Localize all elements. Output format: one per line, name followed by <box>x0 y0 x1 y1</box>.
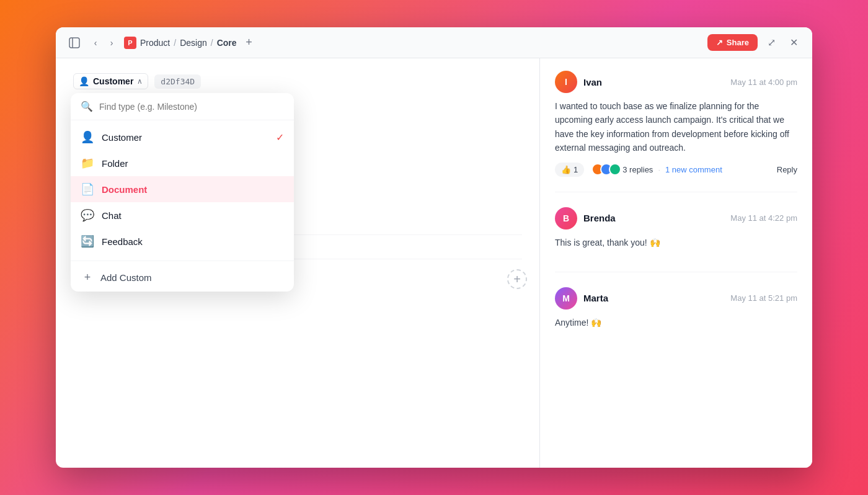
avatar-ivan: I <box>555 71 577 93</box>
comment-time-marta: May 11 at 5:21 pm <box>730 293 797 303</box>
replies-info-ivan: 3 replies · 1 new comment <box>591 163 722 176</box>
dropdown-item-customer[interactable]: 👤 Customer ✓ <box>71 124 294 150</box>
reaction-button-ivan[interactable]: 👍 1 <box>555 163 584 177</box>
breadcrumb-product[interactable]: Product <box>140 38 170 48</box>
comment-time-ivan: May 11 at 4:00 pm <box>730 78 797 87</box>
customer-label: Customer <box>102 132 268 143</box>
add-button[interactable]: + <box>507 269 527 289</box>
dropdown-item-chat[interactable]: 💬 Chat <box>71 202 294 228</box>
maximize-button[interactable]: ⤢ <box>763 34 780 51</box>
type-dropdown: 🔍 👤 Customer ✓ 📁 Folder <box>71 93 294 292</box>
comment-author-marta: M Marta <box>555 287 608 310</box>
title-bar: ‹ › P Product / Design / Core + ↗ Share … <box>56 27 812 58</box>
chat-label: Chat <box>102 210 284 221</box>
document-icon: 📄 <box>81 182 94 196</box>
add-custom-button[interactable]: + Add Custom <box>71 264 294 292</box>
share-button[interactable]: ↗ Share <box>707 34 758 51</box>
comment-header-brenda: B Brenda May 11 at 4:22 pm <box>555 207 797 230</box>
dropdown-search-bar: 🔍 <box>71 93 294 120</box>
comment-ivan: I Ivan May 11 at 4:00 pm I wanted to tou… <box>555 71 797 192</box>
reply-avatar-3 <box>609 163 621 176</box>
comment-author-brenda: B Brenda <box>555 207 616 230</box>
thumbs-up-icon: 👍 <box>561 165 571 174</box>
nav-arrows: ‹ › <box>88 35 119 50</box>
back-button[interactable]: ‹ <box>88 35 103 50</box>
search-input[interactable] <box>99 102 284 112</box>
comment-name-marta: Marta <box>583 293 608 303</box>
breadcrumb-sep-1: / <box>174 38 176 48</box>
comment-marta: M Marta May 11 at 5:21 pm Anytime! 🙌 <box>555 287 797 352</box>
avatar-marta: M <box>555 287 577 310</box>
title-bar-right: ↗ Share ⤢ ✕ <box>707 34 802 51</box>
search-icon: 🔍 <box>81 100 93 112</box>
type-selector[interactable]: 👤 Customer ∧ <box>73 73 148 89</box>
product-icon: P <box>124 37 136 49</box>
share-label: Share <box>727 38 749 47</box>
replies-text[interactable]: 3 replies <box>622 165 653 174</box>
reply-button-ivan[interactable]: Reply <box>777 165 797 174</box>
main-content: 👤 Customer ∧ d2Df34D 🔍 👤 Customer <box>56 58 812 468</box>
comment-footer-ivan: 👍 1 3 replies · 1 new comment Reply <box>555 163 797 177</box>
reaction-count: 1 <box>574 165 578 174</box>
comment-brenda: B Brenda May 11 at 4:22 pm This is great… <box>555 207 797 272</box>
document-label: Document <box>102 184 284 195</box>
dropdown-item-feedback[interactable]: 🔄 Feedback <box>71 228 294 254</box>
add-custom-label: Add Custom <box>100 272 152 283</box>
title-bar-left: ‹ › P Product / Design / Core + <box>66 34 257 51</box>
comment-name-ivan: Ivan <box>583 77 602 87</box>
feedback-label: Feedback <box>102 236 284 247</box>
comment-time-brenda: May 11 at 4:22 pm <box>730 213 797 223</box>
app-window: ‹ › P Product / Design / Core + ↗ Share … <box>56 27 812 468</box>
folder-label: Folder <box>102 158 284 169</box>
comment-name-brenda: Brenda <box>583 213 616 223</box>
avatar-brenda: B <box>555 207 577 230</box>
dropdown-divider <box>71 261 294 261</box>
reply-avatars <box>591 163 618 176</box>
comment-header-marta: M Marta May 11 at 5:21 pm <box>555 287 797 310</box>
doc-header: 👤 Customer ∧ d2Df34D <box>73 73 522 89</box>
close-button[interactable]: ✕ <box>785 34 802 51</box>
breadcrumb-design[interactable]: Design <box>180 38 207 48</box>
customer-type-icon: 👤 <box>79 76 89 86</box>
breadcrumb: P Product / Design / Core <box>124 37 237 49</box>
add-tab-button[interactable]: + <box>242 35 257 50</box>
right-panel: I Ivan May 11 at 4:00 pm I wanted to tou… <box>539 58 812 468</box>
type-selector-label: Customer <box>93 76 133 86</box>
left-panel: 👤 Customer ∧ d2Df34D 🔍 👤 Customer <box>56 58 539 468</box>
dot-separator: · <box>658 165 660 174</box>
dropdown-list: 👤 Customer ✓ 📁 Folder 📄 Document <box>71 120 294 258</box>
sidebar-toggle-button[interactable] <box>66 34 83 51</box>
comment-body-ivan: I wanted to touch base as we finalize pl… <box>555 99 797 155</box>
check-icon: ✓ <box>276 132 284 143</box>
plus-icon: + <box>81 271 94 284</box>
customer-icon: 👤 <box>81 130 94 144</box>
svg-rect-0 <box>69 38 79 48</box>
comment-body-marta: Anytime! 🙌 <box>555 316 797 329</box>
id-badge: d2Df34D <box>154 74 201 89</box>
feedback-icon: 🔄 <box>81 234 94 248</box>
breadcrumb-sep-2: / <box>211 38 213 48</box>
share-icon: ↗ <box>716 38 723 47</box>
comment-header-ivan: I Ivan May 11 at 4:00 pm <box>555 71 797 93</box>
chevron-down-icon: ∧ <box>137 77 143 86</box>
dropdown-item-document[interactable]: 📄 Document <box>71 176 294 202</box>
dropdown-item-folder[interactable]: 📁 Folder <box>71 150 294 176</box>
breadcrumb-core[interactable]: Core <box>217 38 237 48</box>
forward-button[interactable]: › <box>104 35 119 50</box>
comment-author-ivan: I Ivan <box>555 71 602 93</box>
chat-icon: 💬 <box>81 208 94 222</box>
comment-body-brenda: This is great, thank you! 🙌 <box>555 236 797 249</box>
new-comment-badge[interactable]: 1 new comment <box>665 165 722 174</box>
folder-icon: 📁 <box>81 156 94 170</box>
